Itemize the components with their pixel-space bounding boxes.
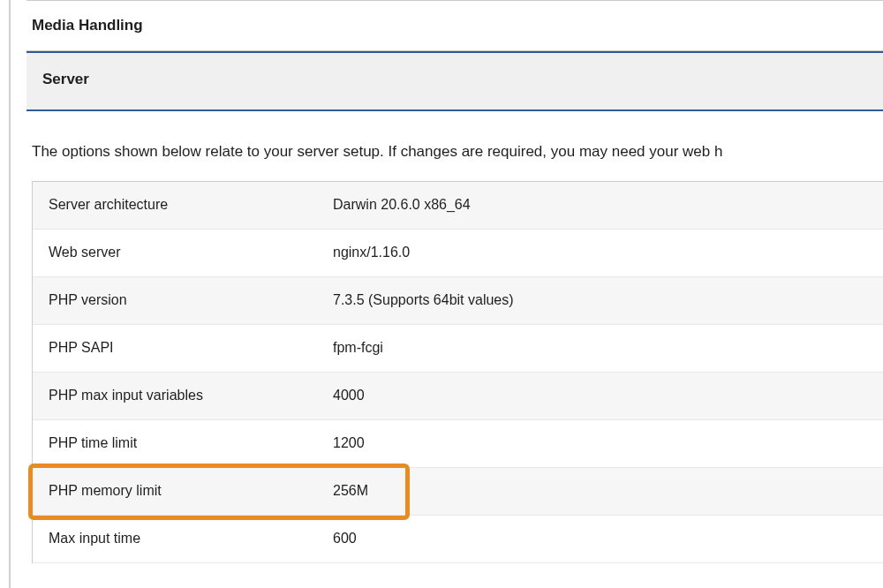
table-row: PHP memory limit 256M bbox=[33, 468, 883, 516]
table-row: Max input time 600 bbox=[33, 516, 883, 563]
row-label: PHP SAPI bbox=[33, 340, 333, 356]
row-value: Darwin 20.6.0 x86_64 bbox=[333, 197, 883, 213]
server-info-table: Server architecture Darwin 20.6.0 x86_64… bbox=[32, 181, 883, 563]
row-value: 256M bbox=[333, 483, 883, 499]
server-accordion[interactable]: Server bbox=[26, 51, 883, 111]
row-label: Server architecture bbox=[33, 197, 333, 213]
row-value: 4000 bbox=[333, 388, 883, 403]
row-label: Web server bbox=[33, 245, 333, 260]
row-label: PHP version bbox=[33, 292, 333, 308]
row-value: fpm-fcgi bbox=[333, 340, 883, 356]
table-row: PHP time limit 1200 bbox=[33, 420, 883, 468]
table-row: PHP SAPI fpm-fcgi bbox=[33, 325, 883, 373]
server-description: The options shown below relate to your s… bbox=[26, 111, 883, 181]
row-label: Max input time bbox=[33, 531, 333, 547]
row-value: 1200 bbox=[333, 435, 883, 451]
table-row: Server architecture Darwin 20.6.0 x86_64 bbox=[33, 182, 883, 230]
row-label: PHP max input variables bbox=[33, 388, 333, 403]
table-row: PHP max input variables 4000 bbox=[33, 373, 883, 420]
row-label: PHP memory limit bbox=[33, 483, 333, 499]
row-value: 7.3.5 (Supports 64bit values) bbox=[333, 292, 883, 308]
server-title: Server bbox=[42, 71, 867, 88]
row-value: nginx/1.16.0 bbox=[333, 245, 883, 260]
media-handling-accordion[interactable]: Media Handling bbox=[26, 1, 883, 51]
row-label: PHP time limit bbox=[33, 435, 333, 451]
media-handling-title: Media Handling bbox=[32, 17, 867, 34]
row-value: 600 bbox=[333, 531, 883, 547]
page-content: Media Handling Server The options shown … bbox=[9, 0, 883, 588]
table-row: PHP version 7.3.5 (Supports 64bit values… bbox=[33, 277, 883, 325]
table-row: Web server nginx/1.16.0 bbox=[33, 230, 883, 277]
